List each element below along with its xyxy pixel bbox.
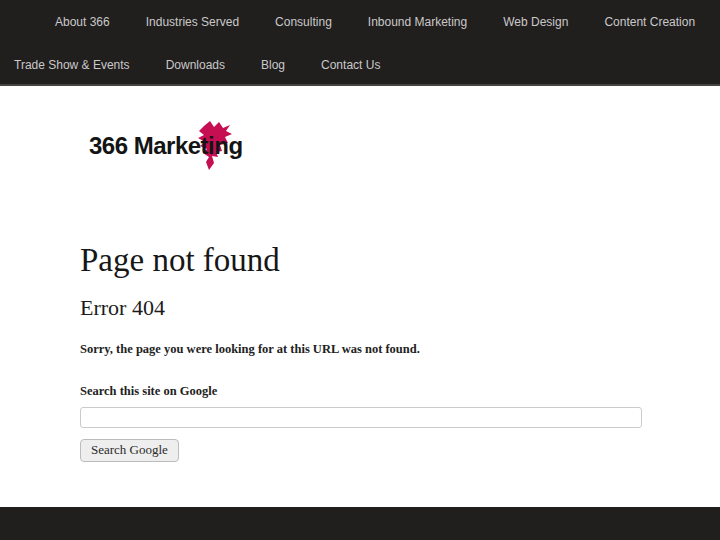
search-google-button[interactable]: Search Google	[80, 439, 179, 462]
logo-text: 366 Marketing	[89, 132, 243, 159]
nav-item-web-design[interactable]: Web Design	[503, 15, 568, 29]
nav-item-inbound-marketing[interactable]: Inbound Marketing	[368, 15, 467, 29]
nav-item-industries-served[interactable]: Industries Served	[146, 15, 239, 29]
search-label: Search this site on Google	[80, 384, 640, 399]
error-message: Sorry, the page you were looking for at …	[80, 342, 640, 357]
top-navigation: About 366 Industries Served Consulting I…	[0, 0, 720, 86]
google-search-input[interactable]	[80, 407, 642, 428]
nav-item-trade-show-events[interactable]: Trade Show & Events	[14, 58, 130, 72]
nav-item-about-366[interactable]: About 366	[55, 15, 110, 29]
nav-item-downloads[interactable]: Downloads	[166, 58, 225, 72]
page-title: Page not found	[80, 244, 640, 277]
nav-row-2: Trade Show & Events Downloads Blog Conta…	[0, 43, 720, 86]
main-content: 366 Marketing Page not found Error 404 S…	[0, 86, 720, 462]
nav-item-contact-us[interactable]: Contact Us	[321, 58, 380, 72]
nav-item-content-creation[interactable]: Content Creation	[604, 15, 695, 29]
error-code-heading: Error 404	[80, 297, 640, 319]
nav-item-blog[interactable]: Blog	[261, 58, 285, 72]
nav-item-consulting[interactable]: Consulting	[275, 15, 332, 29]
site-logo[interactable]: 366 Marketing	[89, 132, 243, 160]
nav-row-1: About 366 Industries Served Consulting I…	[0, 0, 720, 43]
footer-bar	[0, 507, 720, 540]
